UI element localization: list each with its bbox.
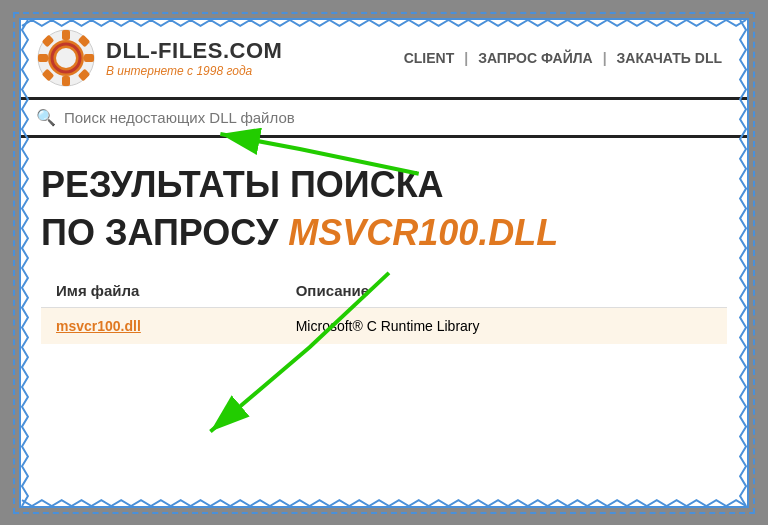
nav-area: CLIENT | ЗАПРОС ФАЙЛА | ЗАКАЧАТЬ DLL [394,50,732,66]
result-heading-line1: РЕЗУЛЬТАТЫ ПОИСКА [41,163,727,206]
file-link[interactable]: msvcr100.dll [56,318,141,334]
search-icon: 🔍 [36,108,56,127]
svg-rect-3 [38,54,48,62]
results-table: Имя файла Описание msvcr100.dllMicrosoft… [41,274,727,344]
logo-title: DLL-FILES.COM [106,38,282,64]
search-bar: 🔍 [21,100,747,138]
nav-download[interactable]: ЗАКАЧАТЬ DLL [607,50,732,66]
svg-rect-1 [62,30,70,40]
logo-area: DLL-FILES.COM В интернете с 1998 года [36,28,282,88]
svg-rect-2 [62,76,70,86]
col-filename: Имя файла [41,274,281,308]
page-container: DLL-FILES.COM В интернете с 1998 года CL… [19,18,749,508]
query-highlight: MSVCR100.DLL [288,212,558,253]
cell-filename[interactable]: msvcr100.dll [41,307,281,344]
svg-point-10 [56,48,76,68]
table-row: msvcr100.dllMicrosoft® C Runtime Library [41,307,727,344]
nav-client[interactable]: CLIENT [394,50,465,66]
svg-rect-4 [84,54,94,62]
main-content: РЕЗУЛЬТАТЫ ПОИСКА ПО ЗАПРОСУ MSVCR100.DL… [21,138,747,364]
header: DLL-FILES.COM В интернете с 1998 года CL… [21,20,747,100]
logo-subtitle: В интернете с 1998 года [106,64,282,78]
search-input[interactable] [64,109,732,126]
logo-icon [36,28,96,88]
nav-request[interactable]: ЗАПРОС ФАЙЛА [468,50,603,66]
heading-prefix: ПО ЗАПРОСУ [41,212,288,253]
col-description: Описание [281,274,727,308]
result-heading-line2: ПО ЗАПРОСУ MSVCR100.DLL [41,211,727,254]
cell-description: Microsoft® C Runtime Library [281,307,727,344]
logo-text-area: DLL-FILES.COM В интернете с 1998 года [106,38,282,78]
